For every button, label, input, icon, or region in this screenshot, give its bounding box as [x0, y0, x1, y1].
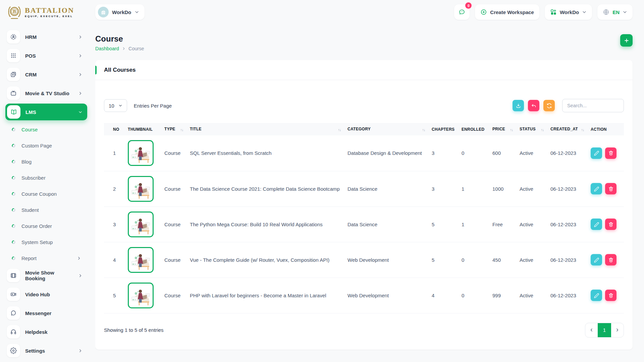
subitem-label: Student — [21, 207, 81, 213]
sort-icon[interactable]: ↑↓ — [541, 128, 544, 132]
page-number[interactable]: 1 — [598, 323, 611, 337]
sidebar-item-lms[interactable]: LMS — [5, 104, 87, 120]
sidebar-subitem-blog[interactable]: Blog — [5, 154, 87, 170]
chevron-right-icon — [78, 54, 83, 58]
sidebar-subitem-report[interactable]: Report — [5, 250, 87, 266]
row-number: 2 — [104, 171, 128, 206]
course-status: Active — [520, 242, 550, 278]
sidebar-item-settings[interactable]: Settings — [5, 341, 87, 360]
sidebar-item-messenger[interactable]: Messenger — [5, 304, 87, 322]
action-cell — [591, 242, 624, 278]
topbar: BATTALION EQUIP, EXECUTE, EXEL WorkDo 0 … — [0, 0, 644, 24]
sidebar-item-label: Video Hub — [25, 292, 83, 297]
sort-icon[interactable]: ↑↓ — [510, 128, 513, 132]
delete-button[interactable] — [605, 183, 616, 194]
course-enrolled: 0 — [462, 278, 492, 313]
workspace-selector[interactable]: WorkDo — [95, 4, 145, 20]
add-course-button[interactable] — [620, 34, 633, 47]
sort-icon[interactable]: ↑↓ — [422, 128, 425, 132]
subitem-label: System Setup — [21, 239, 81, 245]
undo-icon — [531, 103, 537, 109]
sidebar-subitem-course-coupon[interactable]: Course Coupon — [5, 186, 87, 202]
course-chapters: 3 — [432, 135, 462, 171]
breadcrumb-dashboard-link[interactable]: Dashboard — [95, 46, 119, 51]
building-icon — [98, 7, 109, 17]
edit-button[interactable] — [591, 290, 602, 301]
course-thumbnail — [128, 212, 154, 237]
app-switcher-button[interactable]: WorkDo — [545, 4, 592, 20]
reload-button[interactable] — [543, 100, 555, 111]
sidebar-item-video-hub[interactable]: Video Hub — [5, 285, 87, 304]
row-number: 1 — [104, 135, 128, 171]
subitem-label: Custom Page — [21, 143, 81, 148]
col-created-at[interactable]: CREATED_AT↑↓ — [550, 123, 591, 135]
course-price: 450 — [492, 242, 520, 278]
delete-button[interactable] — [605, 147, 616, 159]
col-status[interactable]: STATUS↑↓ — [520, 123, 550, 135]
create-workspace-button[interactable]: Create Workspace — [475, 4, 539, 20]
course-created-at: 06-12-2023 — [550, 135, 591, 171]
pencil-icon — [594, 186, 599, 192]
action-cell — [591, 135, 624, 171]
chevron-right-icon — [122, 47, 126, 51]
entries-per-page-select[interactable]: 10 — [104, 99, 127, 112]
bullet-icon — [11, 208, 16, 212]
edit-button[interactable] — [591, 147, 602, 159]
sidebar-item-label: Movie & TV Studio — [25, 90, 73, 96]
export-button[interactable] — [513, 100, 524, 111]
sidebar-item-movie-show-booking[interactable]: Movie Show Booking — [5, 266, 87, 285]
sidebar-subitem-custom-page[interactable]: Custom Page — [5, 137, 87, 154]
sidebar-item-pos[interactable]: POS — [5, 46, 87, 65]
pencil-icon — [594, 150, 599, 156]
sidebar-item-hrm[interactable]: HRM — [5, 27, 87, 46]
messages-button[interactable]: 0 — [454, 4, 470, 20]
sort-icon[interactable]: ↑↓ — [338, 128, 341, 132]
sidebar-subitem-course[interactable]: Course — [5, 121, 87, 137]
sort-icon[interactable]: ↑↓ — [581, 128, 584, 132]
col-title[interactable]: TITLE↑↓ — [190, 123, 347, 135]
breadcrumb: Dashboard Course — [95, 46, 144, 51]
col-type[interactable]: TYPE↑↓ — [164, 123, 190, 135]
sort-icon[interactable]: ↑↓ — [180, 128, 183, 132]
course-type: Course — [164, 171, 190, 206]
search-input[interactable] — [562, 99, 624, 112]
bullet-icon — [11, 176, 16, 180]
course-created-at: 06-12-2023 — [550, 206, 591, 242]
video-camera-icon — [7, 288, 20, 301]
sidebar-subitem-subscriber[interactable]: Subscriber — [5, 170, 87, 186]
previous-page-button[interactable] — [585, 323, 598, 337]
chevron-down-icon — [118, 104, 122, 108]
trash-icon — [608, 150, 614, 156]
course-type: Course — [164, 135, 190, 171]
sidebar-subitem-system-setup[interactable]: System Setup — [5, 234, 87, 250]
courses-table: NO THUMBNAIL TYPE↑↓ TITLE↑↓ CATEGORY↑↓ C… — [104, 123, 624, 313]
bullet-icon — [11, 143, 16, 148]
sidebar-item-crm[interactable]: CRM — [5, 65, 87, 84]
sidebar-item-helpdesk[interactable]: Helpdesk — [5, 322, 87, 341]
delete-button[interactable] — [605, 219, 616, 230]
edit-button[interactable] — [591, 254, 602, 265]
course-status: Active — [520, 171, 550, 206]
next-page-button[interactable] — [611, 323, 624, 337]
col-thumbnail: THUMBNAIL — [128, 123, 164, 135]
col-price[interactable]: PRICE↑↓ — [492, 123, 520, 135]
reset-button[interactable] — [528, 100, 539, 111]
delete-button[interactable] — [605, 254, 616, 265]
edit-button[interactable] — [591, 219, 602, 230]
sidebar-item-label: HRM — [25, 34, 73, 40]
sidebar-item-movie-tv-studio[interactable]: Movie & TV Studio — [5, 84, 87, 103]
chevron-right-icon — [78, 35, 83, 39]
sidebar-item-label: Settings — [25, 348, 73, 354]
brand-logo[interactable]: BATTALION EQUIP, EXECUTE, EXEL — [7, 4, 95, 20]
sidebar-subitem-course-order[interactable]: Course Order — [5, 218, 87, 234]
pencil-icon — [594, 293, 599, 298]
course-chapters: 3 — [432, 171, 462, 206]
delete-button[interactable] — [605, 290, 616, 301]
edit-button[interactable] — [591, 183, 602, 194]
language-selector[interactable]: EN — [597, 4, 633, 20]
pos-grid-icon — [7, 49, 20, 62]
chat-bubble-icon — [7, 306, 20, 320]
subitem-label: Course Coupon — [21, 191, 81, 197]
sidebar-subitem-student[interactable]: Student — [5, 202, 87, 218]
col-category[interactable]: CATEGORY↑↓ — [347, 123, 432, 135]
